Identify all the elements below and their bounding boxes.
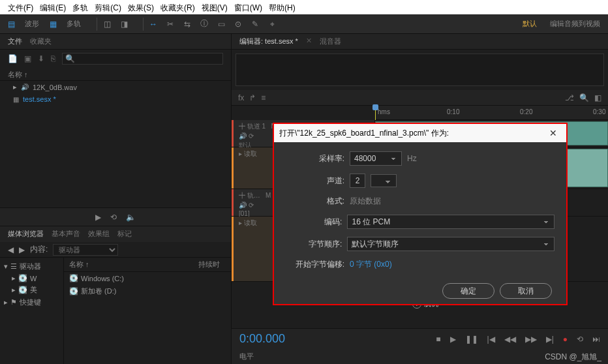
workspace-edit-audio[interactable]: 编辑音频到视频 bbox=[546, 18, 604, 30]
file-name-column[interactable]: 名称 ↑ bbox=[0, 68, 231, 81]
channels-input[interactable] bbox=[350, 174, 365, 188]
tab-file[interactable]: 文件 bbox=[8, 37, 22, 46]
skip-icon[interactable]: ⏭ bbox=[592, 335, 600, 344]
tab-mixer[interactable]: 混音器 bbox=[320, 37, 341, 46]
record-icon[interactable]: ● bbox=[563, 335, 568, 344]
menu-window[interactable]: 窗口(W) bbox=[232, 1, 265, 13]
format-value: 原始数据 bbox=[350, 196, 381, 207]
tab-favorites[interactable]: 收藏夹 bbox=[30, 37, 52, 46]
files-panel-tabs: 文件 收藏夹 bbox=[0, 34, 231, 50]
snap-icon[interactable]: ⎇ bbox=[565, 93, 574, 102]
tree-item[interactable]: ▸⚑快捷键 bbox=[4, 296, 59, 309]
menu-clip[interactable]: 剪辑(C) bbox=[92, 1, 124, 13]
waveform-icon[interactable]: ▤ bbox=[4, 17, 18, 31]
playhead[interactable] bbox=[375, 106, 376, 120]
tool-slip-icon[interactable]: ⇆ bbox=[180, 17, 194, 31]
format-label: 格式: bbox=[286, 196, 344, 207]
media-tree: ▾☰驱动器 ▸💽W ▸💽美 ▸⚑快捷键 bbox=[0, 258, 64, 364]
tool-time-icon[interactable]: Ⓘ bbox=[197, 17, 211, 31]
menu-help[interactable]: 帮助(H) bbox=[266, 1, 298, 13]
list-item[interactable]: 💽Windows (C:) bbox=[64, 272, 231, 284]
ffwd-icon[interactable]: ▶▶ bbox=[525, 335, 537, 344]
menu-effects[interactable]: 效果(S) bbox=[125, 1, 157, 13]
tool-marquee-icon[interactable]: ▭ bbox=[214, 17, 228, 31]
tab-media-browser[interactable]: 媒体浏览器 bbox=[8, 229, 44, 239]
menubar: 文件(F) 编辑(E) 多轨 剪辑(C) 效果(S) 收藏夹(R) 视图(V) … bbox=[0, 0, 608, 14]
workspace-default[interactable]: 默认 bbox=[519, 18, 541, 30]
cancel-button[interactable]: 取消 bbox=[500, 283, 552, 299]
multitrack-tab[interactable]: 多轨 bbox=[63, 18, 85, 30]
file-tools: 📄 ▣ ⬇ ⎘ 🔍 bbox=[0, 50, 231, 68]
disk-icon: 💽 bbox=[69, 287, 78, 296]
byte-order-select[interactable]: 默认字节顺序 bbox=[347, 237, 555, 251]
tree-item[interactable]: ▸💽W bbox=[4, 273, 59, 284]
loop-icon[interactable]: ⟲ bbox=[577, 335, 583, 344]
tool-pitch-icon[interactable]: ◨ bbox=[117, 17, 131, 31]
channels-stepper[interactable] bbox=[371, 174, 397, 187]
byte-offset-value: 0 字节 (0x0) bbox=[350, 259, 392, 270]
overview-waveform[interactable] bbox=[236, 53, 604, 86]
tab-effects-rack[interactable]: 效果组 bbox=[88, 229, 110, 239]
menu-view[interactable]: 视图(V) bbox=[199, 1, 230, 13]
file-transport: ▶ ⟲ 🔈 bbox=[0, 207, 231, 226]
drive-select[interactable]: 驱动器 bbox=[53, 244, 118, 256]
open-file-icon[interactable]: 📄 bbox=[8, 54, 18, 63]
pause-icon[interactable]: ❚❚ bbox=[465, 335, 478, 344]
tab-basic-sound[interactable]: 基本声音 bbox=[52, 229, 80, 239]
play-icon[interactable]: ▶ bbox=[95, 213, 101, 222]
play-icon[interactable]: ▶ bbox=[450, 335, 456, 344]
sample-rate-select[interactable]: 48000 bbox=[350, 151, 402, 166]
record-file-icon[interactable]: ▣ bbox=[24, 54, 31, 63]
stop-icon[interactable]: ■ bbox=[436, 335, 440, 344]
file-item[interactable]: ▸ 🔊 12K_0dB.wav bbox=[0, 81, 231, 93]
tab-markers[interactable]: 标记 bbox=[117, 229, 132, 239]
dialog-title: 打开\"12k_25_spk6_board1_nfinal_3.pcm\" 作为… bbox=[279, 128, 449, 139]
menu-multitrack[interactable]: 多轨 bbox=[70, 1, 91, 13]
menu-edit[interactable]: 编辑(E) bbox=[37, 1, 68, 13]
loop-icon[interactable]: ⟲ bbox=[110, 213, 117, 222]
fwd-icon[interactable]: ▶ bbox=[19, 245, 25, 254]
auto-play-icon[interactable]: 🔈 bbox=[126, 213, 136, 222]
tool-lasso-icon[interactable]: ⊙ bbox=[231, 17, 245, 31]
tab-editor[interactable]: 编辑器: test.sesx * bbox=[239, 37, 298, 46]
byte-order-label: 字节顺序: bbox=[286, 239, 342, 250]
encoding-select[interactable]: 16 位 PCM bbox=[347, 215, 555, 229]
tool-spectral-icon[interactable]: ◫ bbox=[100, 17, 114, 31]
fx-icon[interactable]: fx bbox=[238, 93, 244, 102]
close-file-icon[interactable]: ⎘ bbox=[51, 54, 55, 63]
list-item[interactable]: 💽新加卷 (D:) bbox=[64, 284, 231, 298]
file-search-input[interactable]: 🔍 bbox=[62, 53, 223, 65]
disk-icon: 💽 bbox=[18, 274, 27, 282]
eq-icon[interactable]: ≡ bbox=[261, 93, 266, 102]
ruler-mark: 0:10 bbox=[447, 108, 459, 115]
multitrack-icon[interactable]: ▦ bbox=[46, 17, 60, 31]
ok-button[interactable]: 确定 bbox=[442, 283, 494, 299]
close-icon[interactable]: ✕ bbox=[545, 128, 561, 138]
back-icon[interactable]: ◀ bbox=[8, 245, 14, 254]
waveform-tab[interactable]: 波形 bbox=[21, 18, 43, 30]
zoom-icon[interactable]: 🔍 bbox=[579, 93, 589, 102]
dialog-titlebar: 打开\"12k_25_spk6_board1_nfinal_3.pcm\" 作为… bbox=[274, 124, 566, 142]
next-icon[interactable]: ▶| bbox=[546, 335, 554, 344]
disk-icon: 💽 bbox=[69, 274, 78, 282]
prev-icon[interactable]: |◀ bbox=[487, 335, 495, 344]
tree-item[interactable]: ▾☰驱动器 bbox=[4, 260, 59, 273]
menu-favorites[interactable]: 收藏夹(R) bbox=[158, 1, 198, 13]
send-icon[interactable]: ↱ bbox=[249, 93, 256, 102]
clip-icon[interactable]: ◧ bbox=[594, 93, 601, 102]
tool-razor-icon[interactable]: ✂ bbox=[163, 17, 177, 31]
timecode: 0:00.000 bbox=[239, 332, 285, 346]
timeline-ruler[interactable]: hms 0:10 0:20 0:30 bbox=[375, 106, 608, 120]
tree-item[interactable]: ▸💽美 bbox=[4, 284, 59, 296]
tool-heal-icon[interactable]: ⌖ bbox=[265, 17, 279, 31]
sample-rate-label: 采样率: bbox=[286, 153, 344, 164]
menu-file[interactable]: 文件(F) bbox=[5, 1, 36, 13]
tool-brush-icon[interactable]: ✎ bbox=[248, 17, 262, 31]
file-item[interactable]: ▦ test.sesx * bbox=[0, 93, 231, 105]
col-name[interactable]: 名称 ↑ bbox=[64, 258, 198, 271]
col-duration[interactable]: 持续时 bbox=[198, 258, 231, 271]
main-toolbar: ▤ 波形 ▦ 多轨 ◫ ◨ ↔ ✂ ⇆ Ⓘ ▭ ⊙ ✎ ⌖ 默认 编辑音频到视频 bbox=[0, 14, 608, 34]
rew-icon[interactable]: ◀◀ bbox=[504, 335, 516, 344]
import-icon[interactable]: ⬇ bbox=[38, 54, 44, 63]
tool-move-icon[interactable]: ↔ bbox=[146, 17, 160, 31]
